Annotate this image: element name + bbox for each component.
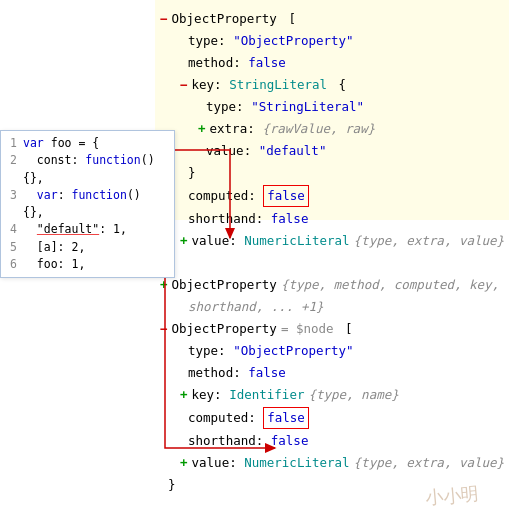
ln-1: 1 (7, 135, 17, 152)
val-numlit-props-1: {type, extra, value} (354, 231, 505, 251)
val-obj-2: {type, method, computed, key, (281, 275, 499, 295)
ln-3: 3 (7, 187, 17, 222)
src-line-3: 3 var: function() {}, (7, 187, 168, 222)
val-shorthand-1: false (271, 209, 309, 229)
val-obj-2b: shorthand, ... +1} (188, 297, 323, 317)
prop-method-1: method: (188, 53, 248, 73)
prop-key-2: key: (192, 385, 230, 405)
prop-shorthand-1: shorthand: (188, 209, 271, 229)
prop-value-2: value: (192, 231, 245, 251)
plus-icon-1: + (198, 119, 206, 139)
prop-extra-1: extra: (210, 119, 263, 139)
ast-line-13: + ObjectProperty {type, method, computed… (160, 274, 509, 296)
ast-line-6: + extra: {rawValue, raw} (198, 118, 509, 140)
ast-line-4: − key: StringLiteral { (180, 74, 509, 96)
ast-line-21: } (168, 474, 509, 496)
label-obj-3: ObjectProperty (172, 319, 277, 339)
plus-icon-3: + (160, 275, 168, 295)
src-line-5: 5 [a]: 2, (7, 239, 168, 256)
val-key-props-2: {type, name} (308, 385, 398, 405)
ast-line-8: } (188, 162, 509, 184)
ast-line-13b: shorthand, ... +1} (188, 296, 509, 318)
val-numlit-props-2: {type, extra, value} (354, 453, 505, 473)
ast-line-9: computed: false (188, 184, 509, 208)
ast-line-14: − ObjectProperty = $node [ (160, 318, 509, 340)
plus-icon-2: + (180, 231, 188, 251)
val-method-1: false (248, 53, 286, 73)
prop-type-2: type: (206, 97, 251, 117)
ast-line-10: shorthand: false (188, 208, 509, 230)
src-line-2: 2 const: function() {}, (7, 152, 168, 187)
val-value-1: "default" (259, 141, 327, 161)
label-1: ObjectProperty (172, 9, 277, 29)
ast-line-18: computed: false (188, 406, 509, 430)
bracket-1: [ (281, 9, 296, 29)
ast-line-17: + key: Identifier {type, name} (180, 384, 509, 406)
minus-icon-2: − (180, 75, 188, 95)
val-method-2: false (248, 363, 286, 383)
src-code-3: var: function() {}, (23, 187, 168, 222)
prop-computed-2: computed: (188, 408, 263, 428)
val-extra-1: {rawValue, raw} (262, 119, 375, 139)
close-brace-1: } (188, 163, 196, 183)
ln-6: 6 (7, 256, 17, 273)
prop-method-2: method: (188, 363, 248, 383)
ln-5: 5 (7, 239, 17, 256)
src-code-4: "default": 1, (23, 221, 127, 238)
bracket-key-1: { (331, 75, 346, 95)
val-computed-1-redbox: false (263, 185, 309, 207)
bracket-obj-3: [ (338, 319, 353, 339)
val-type-3: "ObjectProperty" (233, 341, 353, 361)
plus-icon-4: + (180, 385, 188, 405)
val-type-1: "ObjectProperty" (233, 31, 353, 51)
ln-4: 4 (7, 221, 17, 238)
val-key-type-1: StringLiteral (229, 75, 327, 95)
ast-line-2: type: "ObjectProperty" (188, 30, 509, 52)
val-numlit-2: NumericLiteral (244, 453, 349, 473)
val-numlit-1: NumericLiteral (244, 231, 349, 251)
ast-line-16: method: false (188, 362, 509, 384)
ast-line-3: method: false (188, 52, 509, 74)
prop-key-1: key: (192, 75, 230, 95)
label-obj-2: ObjectProperty (172, 275, 277, 295)
source-code-box: 1 var foo = { 2 const: function() {}, 3 … (0, 130, 175, 278)
ast-line-20: + value: NumericLiteral {type, extra, va… (180, 452, 509, 474)
src-line-6: 6 foo: 1, (7, 256, 168, 273)
prop-computed-1: computed: (188, 186, 263, 206)
ast-line-1: − ObjectProperty [ (160, 8, 509, 30)
minus-icon-1: − (160, 9, 168, 29)
main-content: − ObjectProperty [ type: "ObjectProperty… (0, 0, 509, 528)
close-brace-3: } (168, 475, 176, 495)
minus-icon-3: − (160, 319, 168, 339)
prop-shorthand-2: shorthand: (188, 431, 271, 451)
src-code-6: foo: 1, (23, 256, 85, 273)
src-code-5: [a]: 2, (23, 239, 85, 256)
ast-line-15: type: "ObjectProperty" (188, 340, 509, 362)
ast-line-12: } (168, 252, 509, 274)
ln-2: 2 (7, 152, 17, 187)
prop-type-3: type: (188, 341, 233, 361)
ast-line-19: shorthand: false (188, 430, 509, 452)
val-shorthand-2: false (271, 431, 309, 451)
eq-node: = $node (281, 319, 334, 339)
ast-line-5: type: "StringLiteral" (206, 96, 509, 118)
src-line-1: 1 var foo = { (7, 135, 168, 152)
ast-line-11: + value: NumericLiteral {type, extra, va… (180, 230, 509, 252)
prop-type-1: type: (188, 31, 233, 51)
plus-icon-5: + (180, 453, 188, 473)
src-line-4: 4 "default": 1, (7, 221, 168, 238)
val-computed-2-redbox: false (263, 407, 309, 429)
src-code-1: var foo = { (23, 135, 99, 152)
ast-line-7: value: "default" (206, 140, 509, 162)
src-code-2: const: function() {}, (23, 152, 168, 187)
prop-value-3: value: (192, 453, 245, 473)
val-key-type-2: Identifier (229, 385, 304, 405)
val-type-2: "StringLiteral" (251, 97, 364, 117)
prop-value-1: value: (206, 141, 259, 161)
